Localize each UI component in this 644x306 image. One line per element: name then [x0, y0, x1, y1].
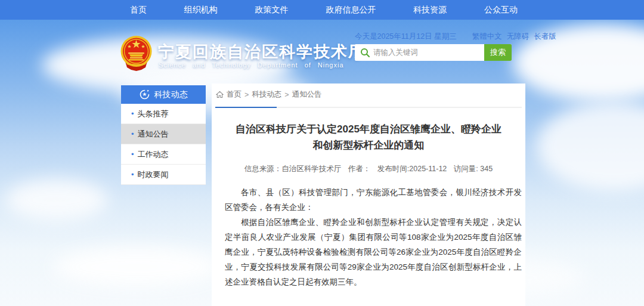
breadcrumb: 首页 > 科技动态 > 通知公告 [212, 84, 525, 104]
cloud [6, 179, 107, 221]
nav-item-policy[interactable]: 政策文件 [255, 5, 289, 16]
nav-item-organization[interactable]: 组织机构 [184, 5, 218, 16]
nav-item-interaction[interactable]: 公众互动 [484, 5, 518, 16]
breadcrumb-separator: > [244, 91, 249, 99]
sidebar-item-work-updates[interactable]: • 工作动态 [121, 144, 206, 165]
sidebar-item-label: 头条推荐 [138, 109, 169, 119]
sidebar-title: 科技动态 [154, 89, 188, 100]
sidebar-item-label: 通知公告 [138, 129, 169, 140]
national-emblem-logo [120, 35, 152, 71]
sidebar-item-headlines[interactable]: • 头条推荐 [121, 104, 206, 124]
home-icon [216, 91, 224, 98]
bullet-icon: • [131, 109, 134, 118]
breadcrumb-current: 通知公告 [292, 89, 322, 100]
article-source: 信息来源：自治区科学技术厅 [244, 165, 342, 173]
article-title: 自治区科技厅关于认定2025年度自治区雏鹰企业、瞪羚企业 和创新型标杆企业的通知 [220, 121, 517, 153]
breadcrumb-divider [215, 107, 522, 108]
article-meta: 信息来源：自治区科学技术厅 作者： 发布时间:2025-11-12 访问量: 3… [212, 164, 525, 174]
search-input[interactable] [373, 45, 484, 60]
bullet-icon: • [131, 170, 134, 179]
nav-menu: 首页 组织机构 政策文件 政府信息公开 科技资源 公众互动 [130, 0, 518, 20]
search-bar: 搜索 [355, 44, 512, 61]
sidebar-item-label: 工作动态 [138, 149, 169, 160]
sidebar-item-current-affairs[interactable]: • 时政要闻 [121, 165, 206, 185]
content-panel: 首页 > 科技动态 > 通知公告 自治区科技厅关于认定2025年度自治区雏鹰企业… [212, 84, 525, 306]
article-paragraph: 根据自治区雏鹰企业、瞪羚企业和创新型标杆企业认定管理有关规定，决定认定半亩良人农… [225, 215, 522, 289]
sidebar: 科技动态 • 头条推荐 • 通知公告 • 工作动态 • 时政要闻 [121, 85, 206, 185]
sidebar-item-notices[interactable]: • 通知公告 [121, 124, 206, 144]
nav-item-resources[interactable]: 科技资源 [413, 5, 447, 16]
breadcrumb-home[interactable]: 首页 [227, 89, 242, 100]
article-visit-count: 访问量: 345 [454, 165, 493, 173]
breadcrumb-separator: > [284, 91, 289, 99]
sidebar-header: 科技动态 [121, 85, 206, 104]
bullet-icon: • [131, 150, 134, 159]
nav-item-gov-info[interactable]: 政府信息公开 [326, 5, 376, 16]
search-icon [360, 48, 370, 57]
cloud [537, 101, 644, 191]
current-date: 今天是2025年11月12日 星期三 [355, 32, 457, 42]
breadcrumb-category[interactable]: 科技动态 [252, 89, 281, 100]
header-utility-row: 今天是2025年11月12日 星期三 繁體中文 无障碍 长者版 [355, 32, 522, 42]
search-button[interactable]: 搜索 [484, 44, 512, 61]
nav-item-home[interactable]: 首页 [130, 5, 147, 16]
circular-star-icon [140, 89, 150, 100]
link-traditional-chinese[interactable]: 繁體中文 [472, 32, 502, 42]
bullet-icon: • [131, 129, 134, 138]
cloud [513, 24, 644, 101]
page: 首页 组织机构 政策文件 政府信息公开 科技资源 公众互动 宁夏回族自治区科学技… [0, 0, 644, 306]
cloud [54, 248, 221, 286]
link-accessibility[interactable]: 无障碍 [507, 32, 530, 42]
article-paragraph: 各市、县（区）科技管理部门，宁东能源化工基地管委会，银川经济技术开发区管委会，各… [225, 185, 522, 215]
site-subtitle-english: Science and Technology Department of Nin… [159, 61, 344, 69]
breadcrumb-divider-accent [215, 107, 277, 108]
article-author: 作者： [348, 165, 371, 173]
link-elderly-version[interactable]: 长者版 [534, 32, 556, 42]
sidebar-item-label: 时政要闻 [138, 169, 169, 180]
article-publish-date: 发布时间:2025-11-12 [377, 165, 447, 173]
top-navigation-bar: 首页 组织机构 政策文件 政府信息公开 科技资源 公众互动 [0, 0, 644, 20]
article-body: 各市、县（区）科技管理部门，宁东能源化工基地管委会，银川经济技术开发区管委会，各… [225, 185, 522, 289]
sidebar-menu: • 头条推荐 • 通知公告 • 工作动态 • 时政要闻 [121, 104, 206, 185]
